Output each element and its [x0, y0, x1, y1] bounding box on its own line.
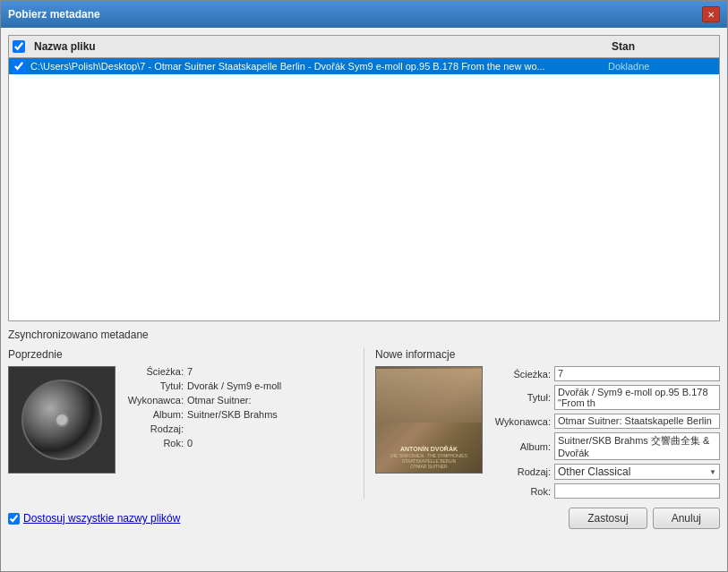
- prev-wykonawca-value: Otmar Suitner:: [187, 395, 252, 406]
- new-rok-input[interactable]: [554, 483, 720, 499]
- cd-center: [55, 413, 69, 427]
- apply-button[interactable]: Zastosuj: [569, 508, 647, 529]
- adjust-files-checkbox[interactable]: [8, 513, 20, 525]
- album-cover-city: [376, 369, 482, 423]
- prev-sciezka-row: Ścieżka: 7: [121, 366, 353, 377]
- previous-album-art: [8, 366, 116, 474]
- prev-rok-value: 0: [187, 438, 193, 448]
- table-body: C:\Users\Polish\Desktop\7 - Otmar Suitne…: [9, 58, 719, 320]
- new-rodzaj-dropdown[interactable]: Other Classical ▼: [554, 464, 720, 480]
- main-content: Nazwa pliku Stan C:\Users\Polish\Desktop…: [1, 28, 727, 571]
- new-album-row: Album: Suitner/SKB Brahms 交響曲全集 & Dvořák: [488, 432, 720, 460]
- previous-panel: Poprzednie Ścieżka: 7 Tytuł:: [8, 348, 353, 499]
- cancel-button[interactable]: Anuluj: [653, 508, 720, 529]
- prev-rodzaj-label: Rodzaj:: [121, 423, 184, 434]
- col-status-header: Stan: [608, 38, 715, 55]
- new-rok-label: Rok:: [488, 486, 551, 497]
- main-window: Pobierz metadane ✕ Nazwa pliku Stan C:\U…: [0, 0, 728, 572]
- title-bar-controls: ✕: [702, 6, 720, 22]
- new-album-input[interactable]: Suitner/SKB Brahms 交響曲全集 & Dvořák: [554, 432, 720, 460]
- metadata-section: Poprzednie Ścieżka: 7 Tytuł:: [8, 348, 720, 499]
- prev-tytul-value: Dvorák / Sym9 e-moll: [187, 380, 281, 391]
- row-status: Dokladne: [608, 61, 715, 72]
- new-sciezka-label: Ścieżka:: [488, 369, 551, 380]
- prev-sciezka-label: Ścieżka:: [121, 366, 184, 377]
- cd-icon: [21, 380, 102, 460]
- new-sciezka-row: Ścieżka: 7: [488, 366, 720, 381]
- prev-rok-row: Rok: 0: [121, 438, 353, 448]
- prev-wykonawca-row: Wykonawca: Otmar Suitner:: [121, 395, 353, 406]
- panel-divider: [364, 348, 364, 499]
- new-info-title: Nowe informacje: [375, 348, 720, 361]
- album-cover-title: ANTONÍN DVOŘÁK: [380, 446, 478, 453]
- col-filename-header: Nazwa pliku: [30, 38, 603, 55]
- button-group: Zastosuj Anuluj: [569, 508, 720, 529]
- row-checkbox[interactable]: [13, 60, 25, 73]
- select-all-checkbox[interactable]: [13, 40, 25, 53]
- previous-title: Poprzednie: [8, 348, 353, 361]
- title-bar: Pobierz metadane ✕: [1, 1, 727, 28]
- prev-rodzaj-row: Rodzaj:: [121, 423, 353, 434]
- prev-rok-label: Rok:: [121, 438, 184, 448]
- table-header: Nazwa pliku Stan: [9, 36, 719, 58]
- prev-tytul-row: Tytuł: Dvorák / Sym9 e-moll: [121, 380, 353, 391]
- prev-album-label: Album:: [121, 409, 184, 420]
- new-wykonawca-row: Wykonawca: Otmar Suitner: Staatskapelle …: [488, 414, 720, 429]
- close-button[interactable]: ✕: [702, 6, 720, 22]
- album-cover-sub3: OTMAR SUITNER: [380, 464, 478, 469]
- adjust-files-container[interactable]: Dostosuj wszystkie nazwy plików: [8, 512, 180, 525]
- prev-album-value: Suitner/SKB Brahms: [187, 409, 278, 420]
- new-info-panel: Nowe informacje ANTONÍN DVOŘÁK DIE SINFO…: [375, 348, 720, 499]
- new-info-fields: Ścieżka: 7 Tytuł: Dvořák / Sym9 e-moll o…: [488, 366, 720, 499]
- new-wykonawca-input[interactable]: Otmar Suitner: Staatskapelle Berlin: [554, 414, 720, 429]
- album-cover: ANTONÍN DVOŘÁK DIE SINFONIEN · THE SYMPH…: [375, 366, 483, 474]
- new-rok-row: Rok:: [488, 483, 720, 499]
- adjust-files-label[interactable]: Dostosuj wszystkie nazwy plików: [23, 512, 180, 525]
- previous-fields: Ścieżka: 7 Tytuł: Dvorák / Sym9 e-moll W…: [121, 366, 353, 474]
- prev-wykonawca-label: Wykonawca:: [121, 395, 184, 406]
- previous-content: Ścieżka: 7 Tytuł: Dvorák / Sym9 e-moll W…: [8, 366, 353, 474]
- new-rodzaj-row: Rodzaj: Other Classical ▼: [488, 464, 720, 480]
- window-title: Pobierz metadane: [8, 8, 100, 21]
- chevron-down-icon: ▼: [709, 468, 716, 476]
- file-table: Nazwa pliku Stan C:\Users\Polish\Desktop…: [8, 35, 720, 321]
- new-rodzaj-label: Rodzaj:: [488, 466, 551, 477]
- new-info-content: ANTONÍN DVOŘÁK DIE SINFONIEN · THE SYMPH…: [375, 366, 720, 499]
- table-row[interactable]: C:\Users\Polish\Desktop\7 - Otmar Suitne…: [9, 58, 719, 74]
- row-filename: C:\Users\Polish\Desktop\7 - Otmar Suitne…: [30, 61, 603, 72]
- sync-label: Zsynchronizowano metadane: [8, 327, 720, 343]
- prev-tytul-label: Tytuł:: [121, 380, 184, 391]
- bottom-bar: Dostosuj wszystkie nazwy plików Zastosuj…: [8, 504, 720, 533]
- prev-album-row: Album: Suitner/SKB Brahms: [121, 409, 353, 420]
- new-tytul-label: Tytuł:: [488, 392, 551, 403]
- new-rodzaj-value: Other Classical: [558, 465, 630, 478]
- prev-sciezka-value: 7: [187, 366, 193, 377]
- new-tytul-row: Tytuł: Dvořák / Sym9 e-moll op.95 B.178 …: [488, 385, 720, 410]
- new-album-label: Album:: [488, 441, 551, 452]
- new-tytul-input[interactable]: Dvořák / Sym9 e-moll op.95 B.178 "From t…: [554, 385, 720, 410]
- new-sciezka-input[interactable]: 7: [554, 366, 720, 381]
- new-wykonawca-label: Wykonawca:: [488, 416, 551, 427]
